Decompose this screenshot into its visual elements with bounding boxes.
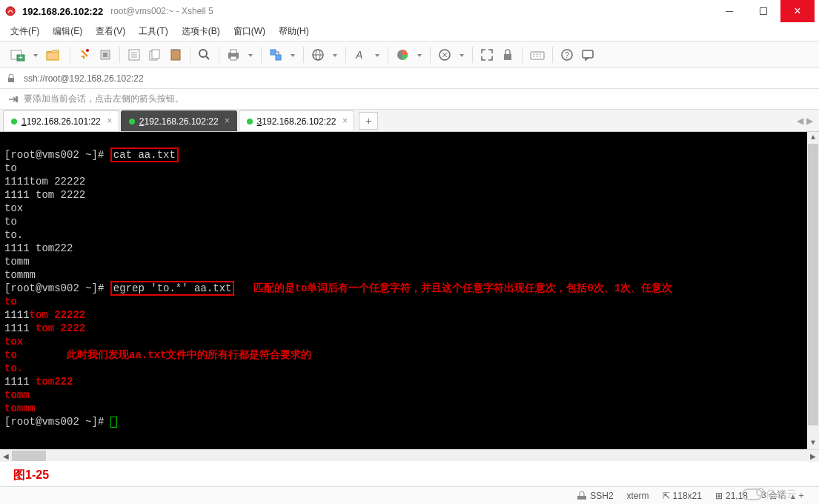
color-icon[interactable] bbox=[393, 45, 412, 64]
pos-icon: ⊞ bbox=[715, 491, 723, 501]
svg-rect-15 bbox=[173, 49, 178, 51]
scroll-thumb[interactable] bbox=[808, 144, 818, 425]
print-dropdown-icon[interactable] bbox=[245, 45, 256, 64]
svg-rect-36 bbox=[8, 78, 14, 82]
tab-bar: 1 192.168.26.101:22 × 2 192.168.26.102:2… bbox=[0, 110, 819, 132]
address-input[interactable]: ssh://root@192.168.26.102:22 bbox=[21, 72, 813, 85]
svg-rect-21 bbox=[271, 50, 276, 55]
script-icon[interactable] bbox=[435, 45, 454, 64]
tab-close-icon[interactable]: × bbox=[340, 116, 349, 125]
color-dropdown-icon[interactable] bbox=[414, 45, 425, 64]
reconnect-icon[interactable] bbox=[75, 45, 94, 64]
tab-session-1[interactable]: 1 192.168.26.101:22 × bbox=[3, 110, 119, 131]
menu-file[interactable]: 文件(F) bbox=[10, 25, 39, 38]
status-bar: SSH2 xterm ⇱ 118x21 ⊞ 21,18 3 会话 ▴ ＋ 亿速云 bbox=[0, 486, 819, 504]
copy-icon[interactable] bbox=[145, 45, 165, 64]
scroll-up-icon[interactable]: ▲ bbox=[807, 132, 819, 144]
size-icon: ⇱ bbox=[663, 491, 670, 501]
tab-close-icon[interactable]: × bbox=[105, 116, 114, 125]
svg-line-17 bbox=[206, 56, 209, 59]
lock-icon bbox=[6, 73, 16, 84]
find-icon[interactable] bbox=[195, 45, 214, 64]
print-icon[interactable] bbox=[224, 45, 243, 64]
toolbar-separator bbox=[472, 47, 473, 63]
svg-rect-19 bbox=[231, 50, 236, 53]
ssh-icon bbox=[577, 491, 587, 500]
font-icon[interactable]: A bbox=[351, 45, 370, 64]
language-icon[interactable] bbox=[308, 45, 328, 64]
scroll-left-icon[interactable]: ◀ bbox=[0, 450, 12, 462]
tab-session-3[interactable]: 3 192.168.26.102:22 × bbox=[239, 110, 355, 131]
menu-tools[interactable]: 工具(T) bbox=[139, 25, 168, 38]
svg-text:+: + bbox=[19, 53, 23, 62]
status-term: xterm bbox=[627, 491, 649, 501]
disconnect-icon[interactable] bbox=[96, 45, 115, 64]
scroll-down-icon[interactable]: ▼ bbox=[807, 437, 819, 449]
terminal-vscrollbar[interactable]: ▲ ▼ bbox=[807, 132, 819, 449]
toolbar-separator bbox=[303, 47, 304, 63]
script-dropdown-icon[interactable] bbox=[456, 45, 468, 64]
close-button[interactable]: × bbox=[780, 0, 815, 22]
address-bar: ssh://root@192.168.26.102:22 bbox=[0, 68, 819, 89]
terminal[interactable]: [root@vms002 ~]# cat aa.txt to 1111tom 2… bbox=[0, 132, 819, 449]
status-dot-icon bbox=[247, 119, 253, 125]
menu-tab[interactable]: 选项卡(B) bbox=[182, 25, 220, 38]
help-icon[interactable]: ? bbox=[557, 45, 577, 64]
tab-number: 2 bbox=[139, 116, 145, 127]
menu-help[interactable]: 帮助(H) bbox=[279, 25, 309, 38]
svg-rect-22 bbox=[276, 55, 281, 60]
tab-label: 192.168.26.102:22 bbox=[144, 116, 218, 127]
sessions-add-icon[interactable]: ＋ bbox=[797, 489, 806, 502]
title-bar: 192.168.26.102:22 root@vms002:~ - Xshell… bbox=[0, 0, 819, 22]
hscroll-thumb[interactable] bbox=[12, 451, 46, 461]
window-title: 192.168.26.102:22 bbox=[22, 6, 103, 17]
toolbar-separator bbox=[388, 47, 388, 63]
new-session-dropdown-icon[interactable] bbox=[30, 45, 42, 64]
svg-point-0 bbox=[6, 7, 15, 16]
tab-number: 3 bbox=[257, 116, 262, 127]
tab-label: 192.168.26.101:22 bbox=[27, 116, 101, 127]
svg-point-5 bbox=[86, 49, 89, 52]
toolbar-separator bbox=[119, 47, 120, 63]
toolbar-separator bbox=[345, 47, 346, 63]
menu-view[interactable]: 查看(V) bbox=[96, 25, 125, 38]
add-session-arrow-icon[interactable] bbox=[7, 94, 19, 105]
new-session-icon[interactable]: + bbox=[7, 45, 28, 64]
chat-icon[interactable] bbox=[578, 45, 597, 64]
tab-next-icon[interactable]: ▶ bbox=[806, 116, 813, 126]
tab-add-button[interactable]: + bbox=[359, 112, 378, 130]
svg-rect-37 bbox=[16, 96, 18, 102]
font-dropdown-icon[interactable] bbox=[371, 45, 383, 64]
minimize-button[interactable] bbox=[712, 0, 746, 22]
transfer-dropdown-icon[interactable] bbox=[287, 45, 299, 64]
svg-rect-35 bbox=[583, 50, 593, 58]
fullscreen-icon[interactable] bbox=[477, 45, 497, 64]
terminal-hscrollbar[interactable]: ◀ ▶ bbox=[0, 449, 819, 461]
svg-rect-14 bbox=[171, 50, 180, 60]
svg-rect-38 bbox=[577, 496, 586, 500]
open-session-icon[interactable] bbox=[43, 45, 65, 64]
keyboard-icon[interactable] bbox=[527, 45, 548, 64]
maximize-button[interactable] bbox=[746, 0, 780, 22]
toolbar-separator bbox=[219, 47, 219, 63]
properties-icon[interactable] bbox=[125, 45, 144, 64]
svg-point-16 bbox=[199, 50, 207, 57]
svg-text:?: ? bbox=[565, 51, 569, 59]
toolbar-separator bbox=[430, 47, 431, 63]
svg-rect-29 bbox=[504, 54, 511, 60]
lock-icon[interactable] bbox=[498, 45, 517, 64]
transfer-icon[interactable] bbox=[266, 45, 285, 64]
svg-rect-13 bbox=[152, 50, 159, 59]
paste-icon[interactable] bbox=[166, 45, 185, 64]
svg-rect-7 bbox=[103, 53, 107, 57]
menu-edit[interactable]: 编辑(E) bbox=[53, 25, 82, 38]
svg-rect-20 bbox=[231, 56, 236, 60]
tab-prev-icon[interactable]: ◀ bbox=[797, 116, 803, 126]
tab-session-2[interactable]: 2 192.168.26.102:22 × bbox=[121, 110, 237, 131]
tab-close-icon[interactable]: × bbox=[223, 116, 232, 125]
menu-window[interactable]: 窗口(W) bbox=[233, 25, 265, 38]
scroll-right-icon[interactable]: ▶ bbox=[807, 450, 819, 462]
toolbar-separator bbox=[70, 47, 70, 63]
watermark-icon bbox=[742, 488, 763, 500]
language-dropdown-icon[interactable] bbox=[329, 45, 341, 64]
